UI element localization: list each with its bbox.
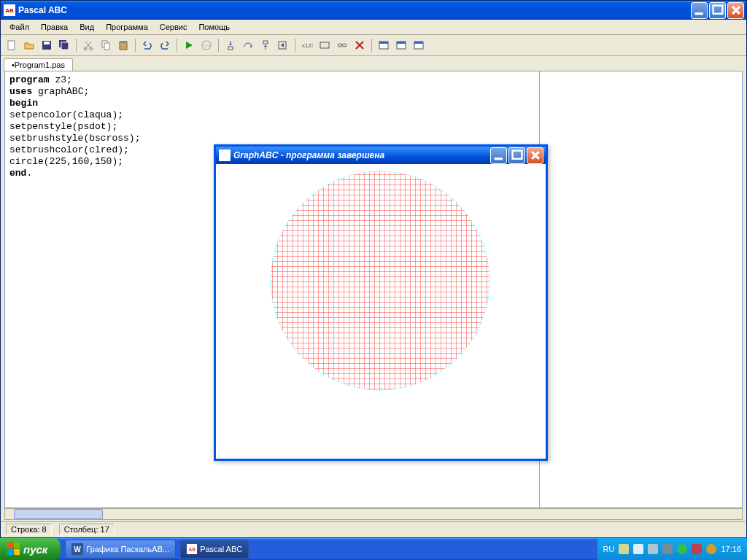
code-line[interactable]: setpenstyle(psdot); xyxy=(9,121,535,133)
tray-icon[interactable] xyxy=(662,544,673,554)
code-line[interactable]: uses graphABC; xyxy=(9,86,535,98)
tray-icon[interactable] xyxy=(677,544,687,554)
svg-text:W: W xyxy=(74,545,82,553)
svg-rect-25 xyxy=(397,42,406,44)
graph-title-text: GraphABC - программа завершена xyxy=(233,150,384,160)
svg-rect-2 xyxy=(8,41,15,50)
code-line[interactable]: begin xyxy=(9,98,535,109)
svg-rect-15 xyxy=(228,47,233,50)
ide-status-bar: Строка: 8 Столбец: 17 xyxy=(1,521,746,537)
window1-icon[interactable] xyxy=(376,37,392,53)
svg-rect-31 xyxy=(7,542,13,548)
save-all-icon[interactable] xyxy=(56,37,72,53)
tray-icon[interactable] xyxy=(619,544,629,554)
graph-close-button[interactable] xyxy=(527,147,543,164)
svg-text:STOP: STOP xyxy=(201,44,212,48)
language-indicator[interactable]: RU xyxy=(603,545,615,553)
svg-point-21 xyxy=(342,44,347,47)
ide-title-bar[interactable]: AB Pascal ABC xyxy=(1,1,746,20)
desktop: AB Pascal ABC Файл Правка Вид Программа … xyxy=(0,0,747,560)
watch-icon[interactable] xyxy=(334,37,350,53)
svg-rect-6 xyxy=(61,42,69,50)
menu-view[interactable]: Вид xyxy=(74,21,100,33)
minimize-button[interactable] xyxy=(691,2,708,19)
file-tab[interactable]: •Program1.pas xyxy=(4,58,73,71)
undo-icon[interactable] xyxy=(139,37,155,53)
pascal-abc-icon: AB xyxy=(187,544,197,554)
graph-minimize-button[interactable] xyxy=(490,147,507,164)
menu-edit[interactable]: Правка xyxy=(35,21,74,33)
code-line[interactable]: setpencolor(claqua); xyxy=(9,109,535,121)
svg-text:x123: x123 xyxy=(302,42,313,49)
window2-icon[interactable] xyxy=(393,37,409,53)
svg-rect-27 xyxy=(414,42,423,44)
graph-circle-drawing xyxy=(216,164,544,456)
graph-canvas xyxy=(216,164,546,459)
redo-icon[interactable] xyxy=(157,37,173,53)
code-line[interactable]: program z3; xyxy=(9,74,535,86)
file-tab-strip: •Program1.pas xyxy=(1,56,746,71)
graph-title-bar[interactable]: GraphABC - программа завершена xyxy=(216,147,546,164)
svg-rect-23 xyxy=(379,42,388,44)
menu-program[interactable]: Программа xyxy=(100,21,154,33)
graph-maximize-button[interactable] xyxy=(508,147,525,164)
graphabc-icon xyxy=(219,149,231,161)
system-tray: RU 17:16 xyxy=(597,538,747,560)
toolbar-sep xyxy=(295,39,295,52)
run-icon[interactable] xyxy=(181,37,197,53)
window3-icon[interactable] xyxy=(411,37,427,53)
svg-rect-10 xyxy=(104,43,109,50)
tray-shield-icon[interactable] xyxy=(692,544,702,554)
close-button[interactable] xyxy=(727,2,744,19)
cut-icon[interactable] xyxy=(80,37,96,53)
svg-rect-16 xyxy=(263,41,268,44)
toolbar-sep xyxy=(76,39,77,52)
status-line: Строка: 8 xyxy=(6,524,52,535)
taskbar-item-word[interactable]: W Графика ПаскальАВ... xyxy=(65,540,176,559)
svg-rect-19 xyxy=(320,42,329,48)
toolbar-sep xyxy=(218,39,219,52)
maximize-button[interactable] xyxy=(709,2,726,19)
ide-title-text: Pascal ABC xyxy=(18,5,67,15)
run-to-cursor-icon[interactable] xyxy=(275,37,291,53)
menu-file[interactable]: Файл xyxy=(4,21,35,33)
tray-icon[interactable] xyxy=(706,544,716,554)
open-file-icon[interactable] xyxy=(21,37,37,53)
tray-icon[interactable] xyxy=(633,544,643,554)
svg-rect-4 xyxy=(44,42,50,44)
stop-icon[interactable]: STOP xyxy=(198,37,214,53)
editor-h-scrollbar[interactable] xyxy=(4,508,743,520)
vars-icon[interactable]: x123 xyxy=(299,37,315,53)
taskbar-item-pascal[interactable]: AB Pascal ABC xyxy=(180,540,249,559)
menu-help[interactable]: Помощь xyxy=(193,21,236,33)
menu-bar: Файл Правка Вид Программа Сервис Помощь xyxy=(1,20,746,35)
svg-rect-28 xyxy=(494,158,502,160)
locals-icon[interactable] xyxy=(317,37,333,53)
svg-rect-32 xyxy=(14,542,20,548)
svg-rect-29 xyxy=(512,151,522,159)
graph-output-window[interactable]: GraphABC - программа завершена xyxy=(214,144,548,461)
toolbar-sep xyxy=(135,39,136,52)
windows-logo-icon xyxy=(7,542,20,556)
code-line[interactable]: setbrushstyle(bscross); xyxy=(9,133,535,144)
start-button[interactable]: пуск xyxy=(0,538,61,560)
scrollbar-thumb[interactable] xyxy=(14,509,103,519)
toolbar-sep xyxy=(177,39,177,52)
delete-icon[interactable] xyxy=(352,37,368,53)
step-into-icon[interactable] xyxy=(222,37,239,53)
step-over-icon[interactable] xyxy=(240,37,256,53)
tray-speaker-icon[interactable] xyxy=(648,544,658,554)
save-icon[interactable] xyxy=(39,37,55,53)
pascal-abc-icon: AB xyxy=(4,4,15,16)
new-file-icon[interactable] xyxy=(4,37,20,53)
svg-rect-0 xyxy=(694,12,703,15)
toolbar: STOP x123 xyxy=(1,35,746,56)
copy-icon[interactable] xyxy=(98,37,114,53)
svg-point-30 xyxy=(271,171,489,390)
side-pane xyxy=(540,71,742,508)
paste-icon[interactable] xyxy=(115,37,131,53)
svg-rect-34 xyxy=(14,549,20,555)
clock[interactable]: 17:16 xyxy=(721,545,741,553)
menu-service[interactable]: Сервис xyxy=(154,21,193,33)
step-out-icon[interactable] xyxy=(258,37,274,53)
